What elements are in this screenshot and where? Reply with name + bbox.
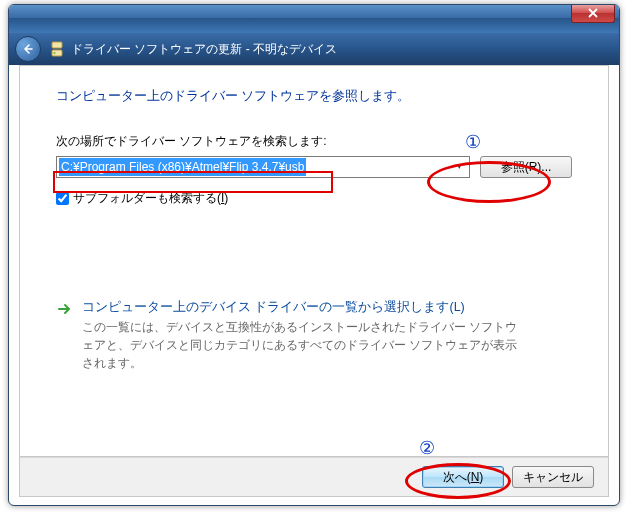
path-row: C:¥Program Files (x86)¥Atmel¥Flip 3.4.7¥… xyxy=(56,156,572,178)
pick-from-list-option[interactable]: コンピューター上のデバイス ドライバーの一覧から選択します(L) この一覧には、… xyxy=(56,297,572,374)
path-combobox[interactable]: C:¥Program Files (x86)¥Atmel¥Flip 3.4.7¥… xyxy=(56,156,470,178)
cancel-label: キャンセル xyxy=(523,470,583,484)
wizard-window: ドライバー ソフトウェアの更新 - 不明なデバイス コンピューター上のドライバー… xyxy=(8,4,620,506)
include-subfolders-label[interactable]: サブフォルダーも検索する(I) xyxy=(73,190,228,207)
include-subfolders-checkbox[interactable] xyxy=(56,192,69,205)
back-arrow-icon xyxy=(21,42,35,56)
device-icon xyxy=(49,40,65,58)
search-prompt: 次の場所でドライバー ソフトウェアを検索します: xyxy=(56,133,572,150)
page-heading: コンピューター上のドライバー ソフトウェアを参照します。 xyxy=(56,88,572,105)
next-button[interactable]: 次へ(N) xyxy=(422,466,504,488)
window-title: ドライバー ソフトウェアの更新 - 不明なデバイス xyxy=(71,41,337,58)
dropdown-icon[interactable]: ▾ xyxy=(451,161,467,171)
pick-from-list-desc: この一覧には、デバイスと互換性があるインストールされたドライバー ソフトウェアと… xyxy=(82,318,522,372)
back-button[interactable] xyxy=(15,36,41,62)
next-label: 次へ(N) xyxy=(443,470,484,484)
close-button[interactable] xyxy=(571,5,615,23)
navbar: ドライバー ソフトウェアの更新 - 不明なデバイス xyxy=(9,33,619,65)
footer-bar: 次へ(N) キャンセル xyxy=(19,457,609,497)
arrow-right-icon xyxy=(56,301,72,317)
svg-point-2 xyxy=(54,52,56,54)
path-value: C:¥Program Files (x86)¥Atmel¥Flip 3.4.7¥… xyxy=(59,158,306,176)
pick-from-list-title: コンピューター上のデバイス ドライバーの一覧から選択します(L) xyxy=(82,299,522,316)
svg-rect-0 xyxy=(52,42,62,48)
close-icon xyxy=(587,8,599,18)
titlebar xyxy=(9,5,619,33)
cancel-button[interactable]: キャンセル xyxy=(512,466,594,488)
content-pane: コンピューター上のドライバー ソフトウェアを参照します。 次の場所でドライバー … xyxy=(19,65,609,457)
browse-label: 参照(R)... xyxy=(501,160,552,174)
browse-button[interactable]: 参照(R)... xyxy=(480,156,572,178)
include-subfolders-row: サブフォルダーも検索する(I) xyxy=(56,190,572,207)
